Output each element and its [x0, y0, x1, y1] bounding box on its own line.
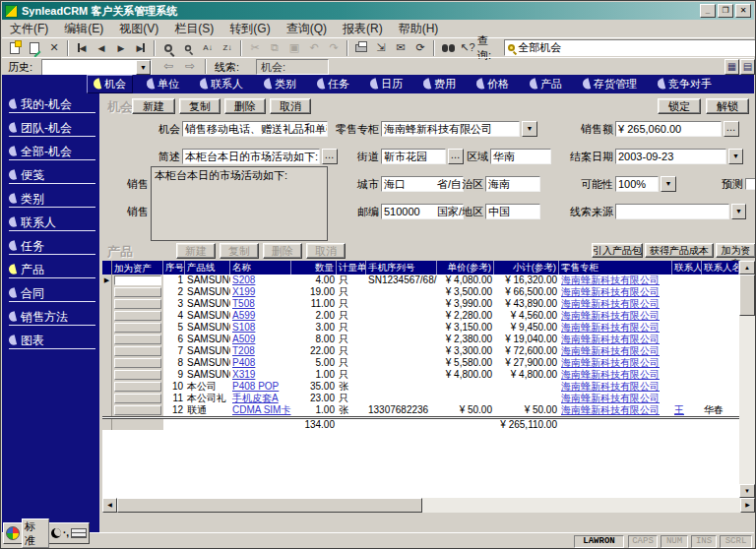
sort-descending-icon[interactable]: Z↓	[218, 39, 237, 57]
add-as-asset-cell[interactable]	[112, 334, 163, 345]
asset-checkbox[interactable]	[114, 370, 161, 380]
undo-icon[interactable]: ↶	[304, 39, 324, 57]
add-as-asset-button[interactable]: 加为资产	[716, 243, 756, 258]
retail-counter-dropdown-icon[interactable]: ▼	[522, 121, 537, 137]
asset-checkbox[interactable]	[114, 358, 161, 368]
name-link[interactable]: X319	[232, 369, 255, 380]
counter-link[interactable]: 海南蜂新科技有限公司	[561, 345, 660, 356]
counter-link[interactable]: 海南蜂新科技有限公司	[561, 334, 660, 344]
add-as-asset-cell[interactable]	[112, 345, 163, 357]
query-combobox[interactable]: 全部机会 ▼	[504, 39, 756, 56]
col-header-unit[interactable]: 计量单位	[337, 261, 366, 274]
product-copy-button[interactable]: 复制	[220, 243, 259, 259]
preview-search-icon[interactable]	[178, 39, 198, 57]
tab-inventory[interactable]: 存货管理	[576, 75, 644, 93]
forecast-checkbox[interactable]	[745, 178, 756, 190]
sidebar-item-all-opportunities[interactable]: 全部-机会	[9, 145, 95, 160]
col-header-counter[interactable]: 零售专柜	[559, 261, 672, 274]
vertical-scroll-thumb[interactable]	[739, 274, 755, 316]
add-as-asset-cell[interactable]	[112, 381, 163, 393]
form-view-icon[interactable]: ▤	[740, 59, 755, 75]
counter-link[interactable]: 海南蜂新科技有限公司	[561, 357, 660, 368]
back-icon[interactable]: ⇦	[159, 59, 177, 75]
get-product-cost-button[interactable]: 获得产品成本	[645, 243, 714, 258]
name-link[interactable]: S108	[232, 322, 255, 333]
name-link[interactable]: P408	[232, 357, 255, 368]
col-header-line[interactable]: 产品线	[185, 261, 230, 274]
menu-item-columns[interactable]: 栏目(S)	[166, 20, 221, 38]
counter-link[interactable]: 海南蜂新科技有限公司	[561, 274, 660, 285]
counter-link[interactable]: 海南蜂新科技有限公司	[561, 369, 660, 380]
close-date-input[interactable]: 2003-09-23	[615, 149, 726, 164]
name-link[interactable]: CDMA SIM卡	[232, 404, 290, 415]
ime-punctuation-icon[interactable]: ·,	[63, 528, 69, 538]
sales-amount-input[interactable]: ¥ 265,060.00	[615, 121, 722, 137]
menu-item-edit[interactable]: 编辑(E)	[56, 20, 111, 38]
paste-icon[interactable]: ▣	[284, 39, 304, 57]
sidebar-item-contracts[interactable]: 合同	[9, 286, 95, 302]
counter-link[interactable]: 海南蜂新科技有限公司	[561, 310, 660, 321]
asset-checkbox[interactable]	[114, 323, 161, 333]
tab-category[interactable]: 类别	[257, 75, 303, 93]
asset-checkbox[interactable]	[114, 405, 161, 415]
copy-icon[interactable]: ⧉	[265, 39, 284, 57]
col-header-subtotal[interactable]: 小计(参考)	[494, 261, 559, 274]
col-header-last[interactable]: 联系人姓	[672, 261, 702, 274]
add-as-asset-cell[interactable]	[112, 298, 163, 310]
import-product-package-button[interactable]: 引入产品包	[592, 243, 643, 258]
next-record-icon[interactable]: ▶	[111, 39, 131, 57]
close-date-dropdown-icon[interactable]: ▼	[728, 149, 743, 164]
refresh-icon[interactable]: ⟳	[410, 39, 430, 57]
counter-link[interactable]: 海南蜂新科技有限公司	[561, 286, 660, 297]
add-as-asset-cell[interactable]	[112, 274, 163, 286]
send-icon[interactable]: ✉	[391, 39, 410, 57]
scroll-left-icon[interactable]: ◀	[102, 498, 117, 513]
sort-ascending-icon[interactable]: A↓	[198, 39, 218, 57]
add-as-asset-cell[interactable]	[112, 369, 163, 381]
street-input[interactable]: 靳市花园	[381, 149, 446, 164]
asset-checkbox[interactable]	[114, 311, 161, 321]
col-header-name[interactable]: 名称	[230, 261, 291, 274]
counter-link[interactable]: 海南蜂新科技有限公司	[561, 393, 660, 403]
col-header-qty[interactable]: 数量	[291, 261, 337, 274]
new-record-icon[interactable]	[5, 39, 25, 57]
counter-link[interactable]: 海南蜂新科技有限公司	[561, 404, 660, 415]
menu-item-query[interactable]: 查询(Q)	[279, 20, 335, 38]
asset-checkbox[interactable]	[114, 335, 161, 344]
tab-opportunity[interactable]: 机会	[87, 75, 133, 93]
ime-halfwidth-moon-icon[interactable]	[51, 528, 61, 538]
sidebar-item-contacts[interactable]: 联系人	[9, 215, 95, 231]
lock-button[interactable]: 锁定	[658, 98, 701, 114]
ime-keyboard-icon[interactable]	[71, 528, 87, 538]
counter-link[interactable]: 海南蜂新科技有限公司	[561, 381, 660, 392]
redo-icon[interactable]: ↷	[324, 39, 344, 57]
asset-checkbox[interactable]	[114, 346, 161, 356]
unlock-button[interactable]: 解锁	[706, 98, 749, 114]
product-cancel-button[interactable]: 取消	[306, 243, 346, 259]
edit-record-icon[interactable]	[25, 39, 44, 57]
region-input[interactable]: 华南	[490, 149, 551, 164]
grid-view-icon[interactable]: ▦	[724, 59, 739, 75]
add-as-asset-cell[interactable]	[112, 393, 163, 404]
last-link[interactable]: 王	[674, 404, 684, 415]
probability-input[interactable]: 100%	[615, 176, 659, 192]
menu-item-report[interactable]: 报表(R)	[335, 20, 391, 38]
brief-input[interactable]: 本柜台本日的市场活动如下:	[182, 149, 320, 164]
table-vertical-scrollbar[interactable]: ▲ ▼	[739, 261, 755, 498]
product-delete-button[interactable]: 删除	[263, 243, 302, 259]
history-dropdown-icon[interactable]: ▼	[136, 60, 151, 75]
lead-source-input[interactable]	[615, 204, 729, 219]
print-icon[interactable]	[351, 39, 371, 57]
table-horizontal-scrollbar[interactable]: ◀ ▶	[102, 498, 755, 513]
country-input[interactable]: 中国	[485, 204, 540, 219]
forward-icon[interactable]: ⇨	[181, 59, 199, 75]
sidebar-item-tasks[interactable]: 任务	[9, 239, 95, 255]
history-combobox[interactable]: ▼	[41, 59, 152, 76]
name-link[interactable]: 手机皮套A	[232, 393, 279, 403]
name-link[interactable]: T208	[232, 345, 255, 356]
add-as-asset-cell[interactable]	[112, 322, 163, 334]
col-header-asset[interactable]: 加为资产	[112, 261, 163, 274]
search-icon[interactable]	[158, 39, 178, 57]
menu-item-help[interactable]: 帮助(H)	[391, 20, 447, 38]
name-link[interactable]: P408 POP	[232, 381, 279, 392]
